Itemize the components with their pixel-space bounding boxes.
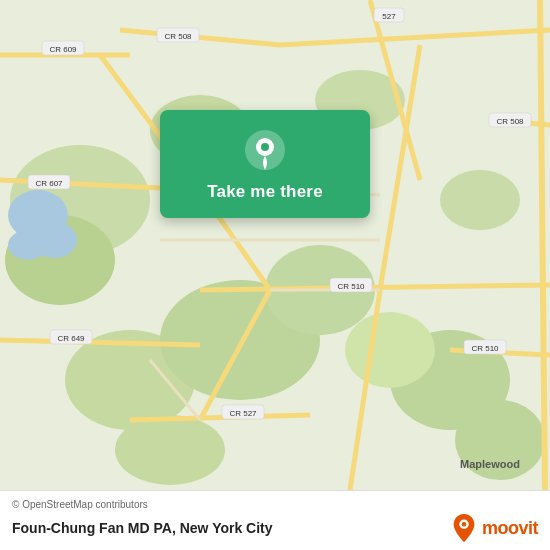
svg-point-7 [440, 170, 520, 230]
map-view: CR 609 CR 508 527 CR 607 CR 7 CR 508 CR … [0, 0, 550, 490]
svg-text:CR 508: CR 508 [164, 32, 192, 41]
moovit-brand-text: moovit [482, 518, 538, 539]
attribution-text: © OpenStreetMap contributors [12, 499, 148, 510]
location-card[interactable]: Take me there [160, 110, 370, 218]
svg-text:CR 510: CR 510 [471, 344, 499, 353]
location-pin-icon [243, 128, 287, 172]
svg-point-10 [345, 312, 435, 388]
svg-text:CR 527: CR 527 [229, 409, 257, 418]
moovit-pin-icon [450, 512, 478, 544]
svg-text:527: 527 [382, 12, 396, 21]
map-attribution: © OpenStreetMap contributors [12, 499, 538, 510]
svg-text:CR 609: CR 609 [49, 45, 77, 54]
moovit-logo: moovit [450, 512, 538, 544]
bottom-bar: © OpenStreetMap contributors Foun-Chung … [0, 490, 550, 550]
svg-text:CR 508: CR 508 [496, 117, 524, 126]
svg-point-11 [115, 415, 225, 485]
svg-point-15 [8, 230, 48, 260]
svg-text:CR 510: CR 510 [337, 282, 365, 291]
take-me-there-button[interactable]: Take me there [207, 182, 323, 202]
svg-text:Maplewood: Maplewood [460, 458, 520, 470]
svg-text:CR 607: CR 607 [35, 179, 63, 188]
location-name: Foun-Chung Fan MD PA, New York City [12, 520, 273, 536]
svg-text:CR 649: CR 649 [57, 334, 85, 343]
svg-point-63 [462, 522, 467, 527]
svg-point-61 [261, 143, 269, 151]
